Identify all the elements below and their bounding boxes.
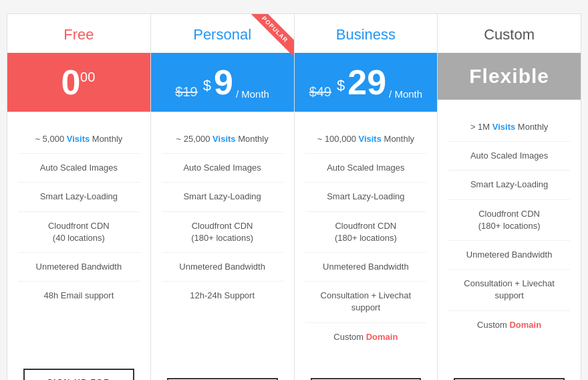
price-period: / Month — [389, 88, 422, 100]
plan-card-free: Free000~ 5,000 Visits MonthlyAuto Scaled… — [7, 13, 150, 380]
feature-item: Smart Lazy-Loading — [162, 183, 283, 211]
feature-item: Cloudfront CDN(180+ locations) — [448, 200, 570, 241]
feature-item: Smart Lazy-Loading — [18, 183, 140, 211]
plan-features-custom: > 1M Visits MonthlyAuto Scaled ImagesSma… — [438, 100, 581, 365]
pricing-table: Free000~ 5,000 Visits MonthlyAuto Scaled… — [7, 13, 581, 380]
price-period: / Month — [236, 88, 269, 100]
feature-item: Unmetered Bandwidth — [18, 253, 140, 282]
price-main: 9 — [214, 65, 233, 100]
price-original: $19 — [175, 84, 197, 100]
plan-features-personal: ~ 25,000 Visits MonthlyAuto Scaled Image… — [151, 112, 294, 365]
plan-price-personal: $19$9/ Month — [151, 53, 294, 112]
price-dollar: $ — [203, 77, 211, 94]
plan-card-personal: Personal$19$9/ Month~ 25,000 Visits Mont… — [150, 13, 294, 380]
plan-price-business: $49$29/ Month — [295, 53, 438, 112]
feature-item: Auto Scaled Images — [162, 154, 283, 183]
feature-item: Smart Lazy-Loading — [448, 171, 570, 199]
plan-cta-custom: CONTACT US — [438, 365, 581, 380]
feature-highlight: Visits — [67, 134, 90, 144]
plan-cta-personal: GET STARTED — [151, 365, 294, 380]
feature-item: Smart Lazy-Loading — [305, 183, 427, 211]
price-main: 29 — [347, 65, 386, 100]
feature-highlight: Visits — [212, 134, 235, 144]
plan-title-custom: Custom — [438, 14, 581, 53]
feature-item: ~ 25,000 Visits Monthly — [162, 125, 283, 154]
plan-features-business: ~ 100,000 Visits MonthlyAuto Scaled Imag… — [295, 112, 438, 365]
feature-highlight: Domain — [509, 320, 541, 330]
feature-item: Unmetered Bandwidth — [448, 241, 570, 270]
plan-price-free: 000 — [7, 53, 150, 112]
feature-highlight: Visits — [358, 134, 381, 144]
popular-badge — [247, 14, 294, 61]
price-row: $19$9/ Month — [158, 65, 287, 100]
feature-item: Auto Scaled Images — [18, 154, 140, 183]
feature-item: Custom Domain — [305, 323, 427, 351]
price-dollar: $ — [337, 77, 345, 94]
feature-item: Cloudfront CDN(180+ locations) — [162, 212, 283, 253]
plan-price-custom: Flexible — [438, 53, 581, 100]
feature-highlight: Domain — [366, 332, 398, 342]
plan-features-free: ~ 5,000 Visits MonthlyAuto Scaled Images… — [7, 112, 150, 355]
feature-item: > 1M Visits Monthly — [448, 113, 570, 142]
plan-card-custom: CustomFlexible> 1M Visits MonthlyAuto Sc… — [437, 13, 581, 380]
price-zero: 000 — [61, 65, 80, 100]
plan-cta-free: SIGN-UP FOR FREE — [7, 355, 150, 380]
price-row: $49$29/ Month — [301, 65, 431, 100]
plan-card-business: Business$49$29/ Month~ 100,000 Visits Mo… — [294, 13, 438, 380]
feature-item: Cloudfront CDN(180+ locations) — [305, 212, 427, 253]
feature-item: Unmetered Bandwidth — [305, 253, 427, 282]
plan-cta-business: GET STARTED — [295, 365, 438, 380]
feature-item: Consultation + Livechatsupport — [305, 282, 427, 322]
cta-button-free[interactable]: SIGN-UP FOR FREE — [23, 369, 134, 380]
feature-item: 12h-24h Support — [162, 282, 283, 310]
feature-item: Cloudfront CDN(40 locations) — [18, 212, 140, 253]
plan-title-free: Free — [7, 14, 150, 53]
price-original: $49 — [309, 84, 331, 100]
feature-item: ~ 5,000 Visits Monthly — [18, 125, 140, 154]
feature-item: Auto Scaled Images — [448, 142, 570, 171]
feature-item: 48h Email support — [18, 282, 140, 310]
feature-item: Unmetered Bandwidth — [162, 253, 283, 282]
flexible-text: Flexible — [444, 65, 574, 88]
feature-item: Custom Domain — [448, 311, 570, 339]
feature-item: Consultation + Livechatsupport — [448, 270, 570, 310]
plan-title-business: Business — [295, 14, 438, 53]
feature-highlight: Visits — [492, 122, 515, 132]
feature-item: Auto Scaled Images — [305, 154, 427, 183]
feature-item: ~ 100,000 Visits Monthly — [305, 125, 427, 154]
